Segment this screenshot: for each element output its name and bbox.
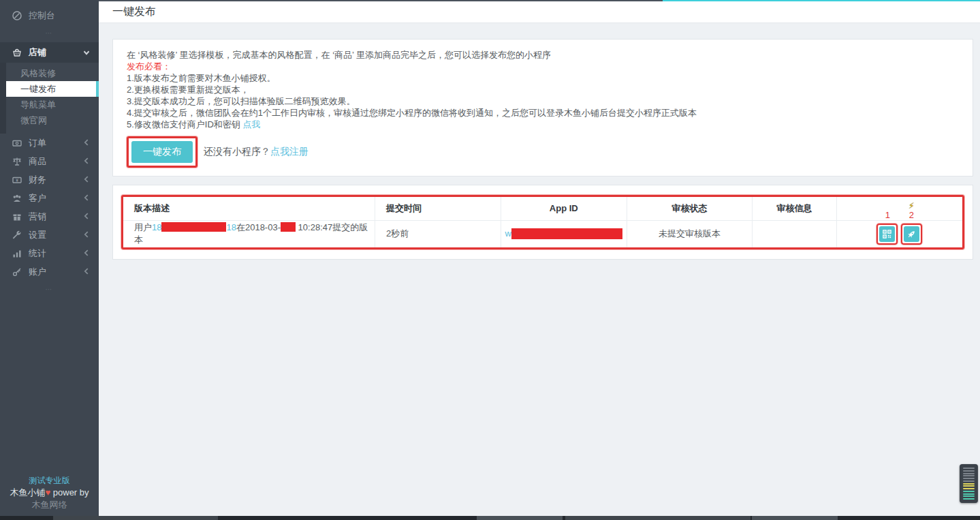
- wrench-icon: [12, 230, 22, 241]
- brand-name: 木鱼小铺: [10, 487, 45, 498]
- bolt-row: ⚡: [878, 202, 921, 211]
- chevron-left-icon: [82, 266, 91, 276]
- banknote-icon: ¥: [12, 174, 22, 185]
- sidebar-item-label: 控制台: [29, 6, 55, 25]
- brand-line: 木鱼小铺♥ power by: [0, 487, 99, 499]
- sidebar-section-label: 店铺: [29, 42, 46, 63]
- bar-chart-icon: [12, 248, 22, 259]
- chevron-left-icon: [82, 138, 91, 147]
- rocket-icon: [906, 229, 917, 239]
- submit-publish-button[interactable]: [904, 226, 919, 242]
- col-review-status: 审核状态: [627, 197, 753, 220]
- sidebar-item-marketing[interactable]: 营销: [0, 207, 99, 226]
- sidebar-footer: 测试专业版 木鱼小铺♥ power by 木鱼网络: [0, 474, 99, 511]
- sidebar-item-stats[interactable]: 统计: [0, 244, 99, 262]
- desc-prefix: 用户: [134, 222, 152, 232]
- submenu-item-one-click-publish[interactable]: 一键发布: [6, 81, 99, 97]
- col-review-info: 审核信息: [753, 197, 836, 220]
- taskbar-segment[interactable]: [565, 516, 750, 520]
- intro-line-2: 2.更换模板需要重新提交版本，: [127, 84, 959, 95]
- submenu-item-micro-site[interactable]: 微官网: [0, 112, 99, 128]
- company-name: 木鱼网络: [0, 499, 99, 511]
- publish-button-annotation-box: 一键发布: [127, 136, 197, 168]
- intro-line-5: 5.修改微信支付商户ID和密钥 点我: [127, 119, 959, 130]
- page-header: 一键发布: [99, 0, 980, 23]
- no-miniprogram-text: 还没有小程序？: [204, 146, 270, 158]
- annotation-number-2: 2: [902, 211, 921, 219]
- col-actions: ⚡ 12: [836, 197, 962, 220]
- taskbar-segment[interactable]: [477, 516, 563, 520]
- qr-code-icon: [882, 229, 892, 239]
- register-link[interactable]: 点我注册: [270, 146, 309, 158]
- chevron-left-icon: [82, 156, 91, 166]
- power-by-text: power by: [50, 487, 89, 498]
- chevron-left-icon: [82, 230, 91, 239]
- submenu-item-nav-menu[interactable]: 导航菜单: [0, 97, 99, 112]
- preview-qr-button[interactable]: [879, 226, 895, 242]
- version-desc-cell: 用户1818在2018-03- 10:28:47提交的版本: [123, 220, 375, 247]
- sidebar-item-label: 营销: [29, 207, 46, 226]
- taskbar-segment[interactable]: [752, 516, 838, 520]
- publish-button-annotation-box-2: [901, 224, 922, 245]
- floating-shortcut-widget[interactable]: [960, 464, 978, 503]
- chevron-left-icon: [82, 174, 91, 184]
- sidebar-divider: ⋯: [0, 285, 99, 294]
- redaction-block: [161, 222, 226, 232]
- lightning-bolt-icon: ⚡: [902, 202, 921, 211]
- sidebar-item-label: 商品: [29, 152, 46, 170]
- svg-text:¥: ¥: [16, 177, 18, 182]
- review-status-cell: 未提交审核版本: [627, 220, 753, 247]
- sidebar-item-label: 订单: [29, 134, 46, 152]
- review-info-cell: [753, 220, 836, 247]
- sidebar-section-shop[interactable]: 店铺: [0, 42, 99, 63]
- chevron-down-icon: [82, 48, 91, 57]
- chevron-left-icon: [82, 211, 91, 221]
- table-annotation-box: 版本描述 提交时间 App ID 审核状态 审核信息 ⚡ 12: [121, 195, 964, 249]
- desc-user-digits: 18: [226, 222, 236, 232]
- shop-submenu: 风格装修 一键发布 导航菜单 微官网: [0, 63, 99, 134]
- versions-card: 版本描述 提交时间 App ID 审核状态 审核信息 ⚡ 12: [112, 185, 973, 260]
- appid-prefix: w: [505, 228, 511, 239]
- annotation-number-1: 1: [878, 211, 898, 219]
- sidebar-item-account[interactable]: 账户: [0, 262, 99, 281]
- intro-lead: 在 ‘风格装修’ 里选择模板，完成基本的风格配置，在 ‘商品’ 里添加商品完毕之…: [127, 49, 959, 61]
- sidebar-item-orders[interactable]: 订单: [0, 134, 99, 152]
- sidebar-item-console[interactable]: 控制台: [0, 6, 99, 25]
- sidebar-item-label: 统计: [29, 244, 46, 262]
- page-title: 一键发布: [112, 5, 156, 17]
- qr-button-annotation-box: [876, 224, 898, 245]
- taskbar[interactable]: [0, 516, 980, 520]
- sidebar-divider: ⋯: [0, 29, 99, 38]
- intro-line-3: 3.提交版本成功之后，您可以扫描体验版二维码预览效果。: [127, 95, 959, 107]
- top-accent-line: [99, 0, 980, 1]
- sidebar-item-finance[interactable]: ¥ 财务: [0, 170, 99, 189]
- compass-icon: [12, 10, 22, 21]
- users-icon: [12, 193, 22, 204]
- col-submit-time: 提交时间: [375, 197, 501, 220]
- sidebar-item-goods[interactable]: 商品: [0, 152, 99, 170]
- one-click-publish-button[interactable]: 一键发布: [131, 141, 193, 163]
- submenu-item-style-decorate[interactable]: 风格装修: [0, 65, 99, 81]
- sidebar-item-customers[interactable]: 客户: [0, 189, 99, 207]
- edition-link[interactable]: 测试专业版: [0, 474, 99, 487]
- table-row: 用户1818在2018-03- 10:28:47提交的版本 2秒前 w 未提交审…: [123, 220, 962, 247]
- redaction-block: [281, 222, 296, 232]
- bill-icon: [12, 138, 22, 149]
- col-app-id: App ID: [501, 197, 627, 220]
- chevron-left-icon: [82, 193, 91, 202]
- sidebar: 控制台 ⋯ 店铺 风格装修 一键发布 导航菜单 微官网 订单 商品: [0, 0, 99, 520]
- instructions-card: 在 ‘风格装修’ 里选择模板，完成基本的风格配置，在 ‘商品’ 里添加商品完毕之…: [112, 39, 973, 177]
- submit-time-cell: 2秒前: [375, 220, 501, 247]
- annotation-numbers: 12: [878, 211, 921, 217]
- taskbar-segment[interactable]: [53, 516, 218, 520]
- sidebar-item-label: 客户: [29, 189, 46, 207]
- scales-icon: [12, 156, 22, 167]
- modify-pay-link[interactable]: 点我: [242, 119, 260, 129]
- chevron-left-icon: [82, 248, 91, 258]
- app-id-cell: w: [501, 220, 627, 247]
- desc-user-digits: 18: [152, 222, 161, 232]
- redaction-block: [511, 228, 622, 239]
- sidebar-item-label: 设置: [29, 226, 46, 244]
- sidebar-item-settings[interactable]: 设置: [0, 226, 99, 244]
- col-version-desc: 版本描述: [123, 197, 375, 220]
